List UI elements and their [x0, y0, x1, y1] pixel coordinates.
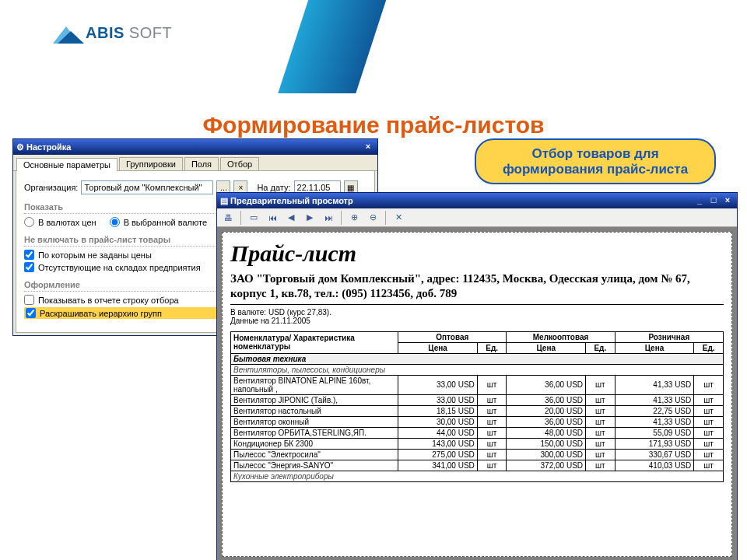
subgroup-row: Кухонные электроприборы	[231, 471, 724, 481]
chk-out-of-stock[interactable]	[24, 262, 34, 272]
tab-filter[interactable]: Отбор	[220, 157, 259, 170]
table-row: Вентилятор настольный18,15 USDшт20,00 US…	[231, 405, 724, 416]
close-preview-icon[interactable]: ✕	[391, 210, 406, 226]
decorative-slant	[278, 0, 391, 93]
settings-title: Настройка	[26, 142, 71, 152]
org-label: Организация:	[24, 183, 78, 192]
table-row: Пылесос "Энергия-SANYO"341,00 USDшт372,0…	[231, 460, 724, 471]
zoom-out-icon[interactable]: ⊖	[365, 210, 381, 226]
print-icon[interactable]: 🖶	[220, 210, 236, 226]
chk3-label: Показывать в отчете строку отбора	[38, 296, 179, 305]
col-unit-3: Ед.	[694, 342, 724, 353]
tab-fields[interactable]: Поля	[184, 157, 219, 170]
table-row: Вентилятор BINATONE ALPINE 160вт, наполь…	[231, 375, 724, 394]
col-unit-1: Ед.	[477, 342, 507, 353]
table-row: Кондиционер БК 2300143,00 USDшт150,00 US…	[231, 438, 724, 449]
chk-colorize-groups[interactable]	[26, 308, 36, 318]
preview-title: Предварительный просмотр	[230, 196, 353, 205]
close-icon[interactable]: ×	[362, 142, 374, 152]
col-price-2: Цена	[507, 342, 586, 353]
logo-primary: ABIS	[86, 24, 124, 41]
col-retail: Розничная	[615, 331, 723, 342]
date-line: Данные на 21.11.2005	[230, 317, 310, 325]
col-price-3: Цена	[615, 342, 694, 353]
document-icon: ▤	[220, 196, 228, 206]
radio2-label: В выбранной валюте	[124, 218, 207, 227]
tab-grouping[interactable]: Группировки	[119, 157, 183, 170]
next-page-icon[interactable]: ▶	[302, 210, 317, 226]
maximize-icon[interactable]: □	[707, 195, 720, 206]
page-setup-icon[interactable]: ▭	[246, 210, 261, 226]
chk2-label: Отсутствующие на складах предприятия	[38, 263, 201, 272]
col-price-1: Цена	[398, 342, 478, 353]
doc-meta: В валюте: USD (курс 27,83). Данные на 21…	[230, 308, 724, 325]
doc-heading: Прайс-лист	[230, 240, 724, 267]
table-row: Вентилятор ОРБИТА,STERLING,ЯП.44,00 USDш…	[231, 427, 724, 438]
settings-titlebar[interactable]: ⚙ Настройка ×	[13, 139, 377, 155]
subgroup-row: Вентиляторы, пылесосы, кондиционеры	[231, 364, 724, 375]
window-icon: ⚙	[16, 142, 24, 152]
table-row: Вентилятор оконный30,00 USDшт36,00 USDшт…	[231, 416, 724, 427]
col-wholesale: Оптовая	[398, 331, 507, 342]
slide-title: Формирование прайс-листов	[0, 112, 747, 138]
chk4-label: Раскрашивать иерархию групп	[40, 309, 162, 318]
chk1-label: По которым не заданы цены	[38, 250, 152, 260]
org-input[interactable]	[81, 180, 213, 194]
close-icon[interactable]: ×	[721, 195, 734, 206]
table-row: Пылесос "Электросила"275,00 USDшт300,00 …	[231, 449, 724, 460]
radio1-label: В валютах цен	[38, 218, 96, 227]
brand-logo: ABIS SOFT	[53, 22, 172, 44]
logo-secondary: SOFT	[129, 24, 172, 41]
currency-line: В валюте: USD (курс 27,83).	[230, 308, 331, 317]
page-viewport[interactable]: Прайс-лист ЗАО "Торговый дом Комплексный…	[217, 227, 737, 560]
radio-currency-prices[interactable]	[24, 217, 34, 227]
callout-bubble: Отбор товаров для формирования прайс-лис…	[475, 138, 716, 184]
col-unit-2: Ед.	[586, 342, 615, 353]
price-sheet: Прайс-лист ЗАО "Торговый дом Комплексный…	[222, 232, 732, 557]
chk-no-prices[interactable]	[24, 250, 34, 260]
tab-main[interactable]: Основные параметры	[16, 158, 117, 171]
zoom-in-icon[interactable]: ⊕	[346, 210, 362, 226]
minimize-icon[interactable]: _	[693, 195, 706, 206]
prev-page-icon[interactable]: ◀	[283, 210, 299, 226]
price-table: Номенклатура/ Характеристика номенклатур…	[230, 331, 724, 482]
preview-window: ▤ Предварительный просмотр _ □ × 🖶 ▭ ⏮ ◀…	[216, 192, 738, 560]
last-page-icon[interactable]: ⏭	[321, 210, 336, 226]
radio-selected-currency[interactable]	[110, 217, 120, 227]
logo-mark-icon	[53, 22, 79, 44]
settings-tabs: Основные параметры Группировки Поля Отбо…	[13, 155, 377, 171]
group-row: Бытовая техника	[231, 353, 724, 364]
first-page-icon[interactable]: ⏮	[265, 210, 280, 226]
table-row: Вентилятор JIPONIC (Тайв.),33,00 USDшт36…	[231, 394, 724, 405]
col-small-wholesale: Мелкооптовая	[507, 331, 615, 342]
col-name: Номенклатура/ Характеристика номенклатур…	[231, 331, 398, 353]
preview-titlebar[interactable]: ▤ Предварительный просмотр _ □ ×	[217, 193, 737, 208]
company-info: ЗАО "Торговый дом Комплексный", адрес: 1…	[230, 271, 724, 305]
date-label: На дату:	[257, 183, 290, 192]
chk-show-filter-row[interactable]	[24, 295, 34, 305]
preview-toolbar: 🖶 ▭ ⏮ ◀ ▶ ⏭ ⊕ ⊖ ✕	[217, 208, 737, 227]
logo-text: ABIS SOFT	[86, 24, 172, 42]
